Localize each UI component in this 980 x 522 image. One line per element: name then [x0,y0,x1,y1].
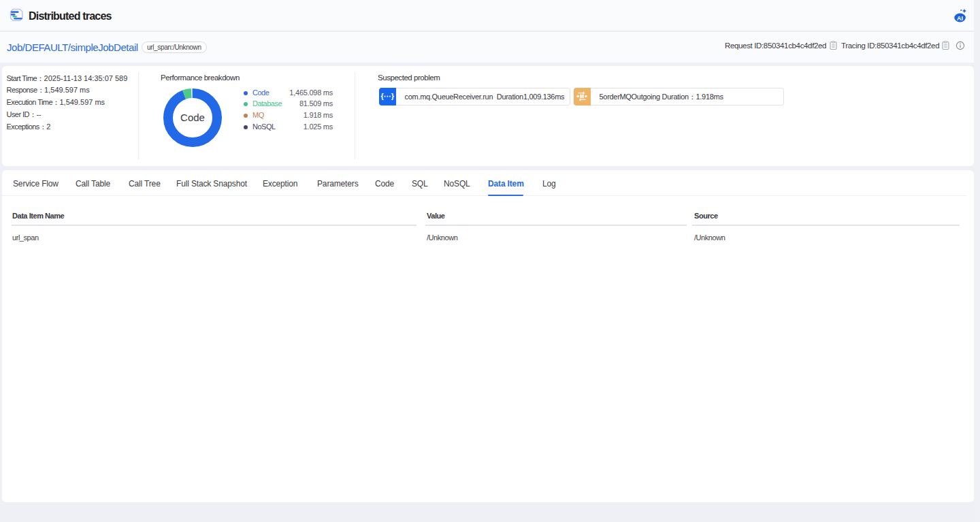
svg-text:Code: Code [180,112,205,123]
svg-text:AI: AI [957,15,963,22]
